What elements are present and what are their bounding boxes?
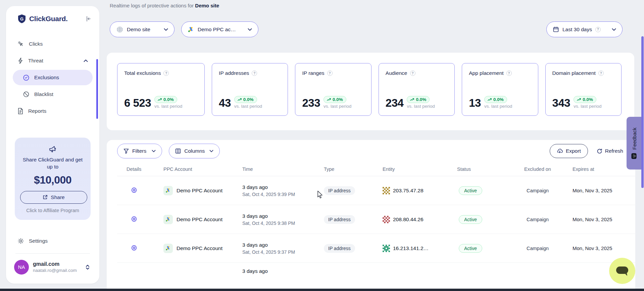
cloud-download-icon bbox=[557, 148, 563, 154]
type-badge: IP address bbox=[324, 244, 355, 253]
help-icon: ? bbox=[252, 70, 257, 76]
help-icon: ? bbox=[506, 70, 512, 76]
sidebar-item-exclusions[interactable]: Exclusions bbox=[13, 70, 93, 85]
stat-label: IP ranges bbox=[302, 70, 324, 76]
trend-badge: 0.0% bbox=[407, 96, 430, 103]
chevron-down-icon bbox=[209, 150, 213, 152]
sidebar-item-label: Blacklist bbox=[34, 91, 53, 97]
trend-up-icon bbox=[410, 98, 414, 101]
stat-value: 6 523 bbox=[124, 97, 151, 109]
clickguard-logo-icon: G bbox=[17, 14, 26, 23]
sidebar-item-settings[interactable]: Settings bbox=[13, 233, 93, 249]
date-range-selector[interactable]: Last 30 days ? bbox=[546, 21, 623, 37]
affiliate-promo-card[interactable]: Share ClickGuard and get up to $10,000 S… bbox=[15, 138, 91, 220]
columns-button-label: Columns bbox=[184, 148, 205, 154]
site-selector-value: Demo site bbox=[127, 27, 150, 33]
sidebar-item-blacklist[interactable]: Blacklist bbox=[13, 87, 93, 102]
sidebar-scrollbar[interactable] bbox=[96, 59, 98, 119]
identicon bbox=[383, 216, 390, 223]
filters-button-label: Filters bbox=[132, 148, 146, 154]
ppc-account-selector[interactable]: Demo PPC ac… bbox=[181, 21, 258, 37]
filters-button[interactable]: Filters bbox=[117, 144, 162, 158]
entity-value: 203.75.47.28 bbox=[393, 188, 424, 194]
sidebar-item-threat[interactable]: Threat bbox=[13, 53, 93, 68]
column-header-status: Status bbox=[457, 166, 512, 172]
document-icon bbox=[17, 108, 23, 114]
cursor-click-icon bbox=[17, 41, 24, 47]
gear-icon bbox=[17, 238, 24, 244]
chat-launcher-button[interactable] bbox=[609, 258, 635, 284]
trend-caption: vs. last period bbox=[574, 104, 601, 109]
time-relative: 3 days ago bbox=[242, 268, 324, 274]
viewport-bottom-strip bbox=[0, 289, 644, 291]
time-absolute: Sat, Oct 4, 2025 9:38 PM bbox=[242, 221, 324, 226]
identicon bbox=[383, 187, 390, 194]
trend-caption: vs. last period bbox=[234, 104, 262, 109]
sidebar-item-label: Threat bbox=[28, 58, 43, 64]
time-absolute: Sat, Oct 4, 2025 9:37 PM bbox=[242, 249, 324, 255]
google-ads-icon bbox=[163, 186, 173, 195]
stat-value: 13 bbox=[469, 97, 481, 109]
export-button-label: Export bbox=[566, 148, 581, 154]
type-badge: IP address bbox=[324, 186, 355, 195]
user-name: gmail.com bbox=[33, 261, 77, 267]
date-range-value: Last 30 days bbox=[562, 27, 592, 33]
column-header-details: Details bbox=[117, 166, 163, 172]
status-badge: Active bbox=[459, 244, 482, 253]
chevron-down-icon bbox=[248, 28, 252, 31]
excluded-on-value: Campaign bbox=[512, 246, 563, 251]
chevron-up-down-icon[interactable] bbox=[85, 264, 90, 270]
stat-value: 233 bbox=[302, 97, 320, 109]
stat-label: Audience bbox=[386, 70, 407, 76]
feedback-tab[interactable]: Feedback bbox=[627, 117, 642, 169]
column-header-type: Type bbox=[324, 166, 383, 172]
expires-at-value: Mon, Nov 3, 2025 bbox=[563, 245, 635, 251]
stat-label: Domain placement bbox=[552, 70, 596, 76]
trend-badge: 0.0% bbox=[574, 96, 596, 103]
export-button[interactable]: Export bbox=[550, 144, 588, 158]
trend-caption: vs. last period bbox=[407, 104, 435, 109]
chevron-down-icon bbox=[612, 28, 616, 31]
help-icon: ? bbox=[327, 70, 333, 76]
app-logo-text: ClickGuard. bbox=[29, 15, 68, 23]
trend-value: 0.0% bbox=[416, 97, 426, 102]
sidebar-collapse-icon[interactable] bbox=[84, 14, 93, 23]
refresh-button[interactable]: Refresh bbox=[595, 148, 625, 154]
globe-icon bbox=[116, 26, 123, 33]
help-icon: ? bbox=[163, 70, 169, 76]
refresh-button-label: Refresh bbox=[605, 148, 623, 154]
time-relative: 3 days ago bbox=[242, 184, 324, 190]
stat-card-ip-ranges: IP ranges? 233 0.0% vs. last period bbox=[295, 63, 371, 116]
ppc-account-selector-value: Demo PPC ac… bbox=[198, 27, 236, 33]
help-icon: ? bbox=[598, 70, 604, 76]
svg-text:G: G bbox=[20, 16, 23, 21]
site-selector[interactable]: Demo site bbox=[110, 21, 175, 37]
affiliate-link-text[interactable]: Click to Affiliate Program bbox=[20, 208, 85, 213]
trend-badge: 0.0% bbox=[234, 96, 257, 103]
stat-card-ip-addresses: IP addresses? 43 0.0% vs. last period bbox=[212, 63, 288, 116]
time-relative: 3 days ago bbox=[242, 213, 324, 219]
user-email: naatali.ro@gmail.com bbox=[33, 268, 77, 273]
stat-label: App placement bbox=[469, 70, 503, 76]
user-account[interactable]: NA gmail.com naatali.ro@gmail.com bbox=[13, 254, 93, 275]
excluded-on-value: Campaign bbox=[512, 188, 563, 193]
share-button[interactable]: Share bbox=[20, 191, 87, 204]
trend-caption: vs. last period bbox=[324, 104, 351, 109]
trend-value: 0.0% bbox=[493, 97, 504, 102]
row-details-eye-icon[interactable] bbox=[131, 244, 138, 251]
bolt-icon bbox=[17, 57, 23, 64]
stat-value: 343 bbox=[552, 97, 571, 109]
sidebar-item-clicks[interactable]: Clicks bbox=[13, 36, 93, 52]
sidebar-item-reports[interactable]: Reports bbox=[13, 103, 93, 119]
columns-button[interactable]: Columns bbox=[169, 144, 220, 158]
stat-card-app-placement: App placement? 13 0.0% vs. last period bbox=[462, 63, 538, 116]
stat-card-domain-placement: Domain placement? 343 0.0% vs. last peri… bbox=[545, 63, 622, 116]
chevron-down-icon bbox=[164, 28, 168, 31]
row-details-eye-icon[interactable] bbox=[131, 215, 138, 223]
page-scrollbar-thumb[interactable] bbox=[641, 36, 644, 188]
feedback-tab-label: Feedback bbox=[632, 128, 637, 150]
megaphone-icon bbox=[20, 145, 85, 154]
trend-value: 0.0% bbox=[333, 97, 343, 102]
row-details-eye-icon[interactable] bbox=[131, 187, 138, 194]
google-ads-icon bbox=[163, 215, 173, 224]
